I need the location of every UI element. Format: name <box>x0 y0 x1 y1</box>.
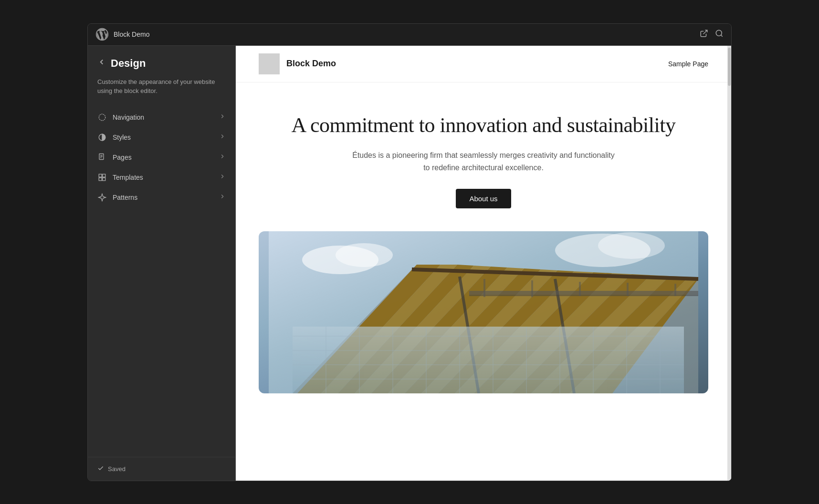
svg-point-18 <box>598 232 665 259</box>
svg-rect-58 <box>483 279 485 297</box>
svg-rect-59 <box>531 280 533 297</box>
svg-rect-10 <box>99 174 102 177</box>
about-us-button[interactable]: About us <box>456 189 511 208</box>
templates-icon <box>97 173 107 182</box>
main-layout: Design Customize the appearance of your … <box>88 46 731 481</box>
svg-rect-13 <box>103 177 105 180</box>
svg-rect-56 <box>469 291 698 295</box>
svg-point-16 <box>336 243 393 267</box>
site-logo <box>259 53 280 74</box>
sidebar-item-navigation[interactable]: Navigation <box>88 107 235 127</box>
preview-area: Block Demo Sample Page A commitment to i… <box>236 46 731 481</box>
svg-rect-60 <box>579 282 581 296</box>
app-window: Block Demo <box>87 23 732 481</box>
svg-line-3 <box>721 35 722 36</box>
patterns-label: Patterns <box>113 194 213 201</box>
preview-scrollbar[interactable] <box>727 46 731 481</box>
svg-rect-11 <box>103 174 105 177</box>
pages-icon <box>97 153 107 162</box>
scrollbar-thumb[interactable] <box>728 48 731 86</box>
external-link-icon[interactable] <box>700 29 708 40</box>
hero-description: Études is a pioneering firm that seamles… <box>350 149 617 174</box>
sidebar-item-templates[interactable]: Templates <box>88 167 235 187</box>
site-header: Block Demo Sample Page <box>236 46 731 82</box>
styles-label: Styles <box>113 134 213 141</box>
preview-frame: Block Demo Sample Page A commitment to i… <box>236 46 731 481</box>
app-title: Block Demo <box>114 31 700 38</box>
pages-chevron <box>219 153 226 161</box>
site-hero: A commitment to innovation and sustainab… <box>236 82 731 232</box>
back-button[interactable] <box>97 58 106 69</box>
svg-point-2 <box>716 30 722 36</box>
patterns-icon <box>97 193 107 202</box>
navigation-chevron <box>219 113 226 121</box>
top-bar-actions <box>700 29 724 40</box>
saved-label: Saved <box>108 465 126 473</box>
search-icon[interactable] <box>715 29 724 40</box>
templates-chevron <box>219 173 226 181</box>
svg-rect-61 <box>627 283 629 296</box>
styles-chevron <box>219 133 226 141</box>
top-bar: Block Demo <box>88 24 731 46</box>
pages-label: Pages <box>113 154 213 161</box>
wordpress-logo <box>95 28 109 41</box>
svg-rect-12 <box>99 177 102 180</box>
navigation-label: Navigation <box>113 113 213 121</box>
templates-label: Templates <box>113 174 213 181</box>
sidebar-item-pages[interactable]: Pages <box>88 147 235 167</box>
site-name: Block Demo <box>286 59 668 69</box>
sidebar-footer: Saved <box>88 457 235 481</box>
svg-rect-57 <box>469 295 698 296</box>
sidebar-description: Customize the appearance of your website… <box>88 73 235 105</box>
saved-check-icon <box>97 465 104 473</box>
sample-page-link[interactable]: Sample Page <box>668 60 708 68</box>
sidebar-item-styles[interactable]: Styles <box>88 127 235 147</box>
sidebar-item-patterns[interactable]: Patterns <box>88 187 235 207</box>
svg-line-1 <box>704 30 707 34</box>
svg-point-4 <box>99 114 105 121</box>
sidebar: Design Customize the appearance of your … <box>88 46 236 481</box>
hero-title: A commitment to innovation and sustainab… <box>274 113 693 138</box>
sidebar-title: Design <box>111 57 146 70</box>
architectural-image <box>259 231 708 393</box>
building-illustration <box>259 231 708 393</box>
sidebar-header: Design <box>88 46 235 73</box>
styles-icon <box>97 133 107 142</box>
svg-rect-62 <box>674 284 676 296</box>
svg-rect-40 <box>293 327 684 393</box>
patterns-chevron <box>219 193 226 201</box>
navigation-icon <box>97 113 107 122</box>
sidebar-nav: Navigation Styles <box>88 105 235 457</box>
